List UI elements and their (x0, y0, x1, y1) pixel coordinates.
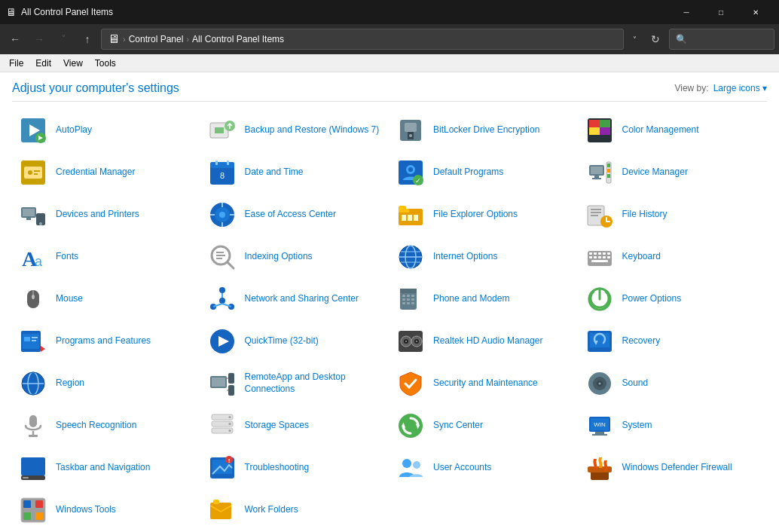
control-item-power[interactable]: Power Options (579, 280, 768, 319)
svg-rect-103 (402, 302, 405, 304)
control-item-storage[interactable]: Storage Spaces (201, 406, 390, 445)
control-item-indexing[interactable]: Indexing Options (201, 237, 390, 277)
svg-rect-77 (603, 252, 606, 255)
control-item-label-firewall: Windows Defender Firewall (622, 462, 732, 474)
svg-rect-172 (35, 512, 43, 520)
svg-rect-102 (411, 298, 414, 301)
svg-rect-159 (23, 477, 29, 478)
control-item-users[interactable]: User Accounts (390, 448, 579, 488)
default-icon: ✓ (396, 157, 426, 188)
back-button[interactable]: ← (5, 29, 26, 50)
control-item-keyboard[interactable]: Keyboard (579, 237, 768, 277)
control-item-bitlocker[interactable]: BitLocker Drive Encryption (390, 111, 579, 150)
control-item-default[interactable]: ✓Default Programs (390, 153, 579, 192)
control-item-speech[interactable]: Speech Recognition (12, 406, 201, 445)
refresh-button[interactable]: ↻ (645, 29, 666, 50)
control-item-wintools[interactable]: Windows Tools (12, 491, 201, 530)
control-item-quicktime[interactable]: QuickTime (32-bit) (201, 322, 390, 361)
control-item-ease[interactable]: Ease of Access Center (201, 195, 390, 234)
menu-tools[interactable]: Tools (89, 57, 122, 70)
control-item-devices[interactable]: Devices and Printers (12, 195, 201, 234)
control-item-taskbar[interactable]: Taskbar and Navigation (12, 448, 201, 488)
svg-rect-98 (407, 295, 410, 297)
address-input[interactable]: 🖥 › Control Panel › All Control Panel It… (101, 29, 624, 50)
control-item-remote[interactable]: RemoteApp and Desktop Connections (201, 364, 390, 403)
restore-button[interactable]: □ (704, 0, 738, 24)
search-box[interactable]: 🔍 (669, 29, 774, 50)
control-item-backup[interactable]: Backup and Restore (Windows 7) (201, 111, 390, 150)
view-by-control: View by: Large icons ▾ (674, 83, 767, 93)
control-item-fonts[interactable]: AaFonts (12, 237, 201, 277)
control-item-recovery[interactable]: Recovery (579, 322, 768, 361)
svg-point-42 (39, 222, 42, 225)
svg-point-139 (598, 383, 600, 385)
programs-icon (18, 326, 48, 356)
control-item-sound[interactable]: Sound (579, 364, 768, 403)
control-item-security[interactable]: Security and Maintenance (390, 364, 579, 403)
control-item-label-network: Network and Sharing Center (245, 293, 359, 305)
control-item-region[interactable]: Region (12, 364, 201, 403)
devices-icon (18, 200, 48, 230)
taskbar-icon (18, 453, 48, 483)
recent-locations-button[interactable]: ˅ (53, 29, 74, 50)
control-item-color[interactable]: Color Management (579, 111, 768, 150)
svg-point-122 (416, 341, 417, 342)
svg-rect-14 (600, 127, 610, 135)
svg-rect-154 (595, 432, 604, 434)
content-header: Adjust your computer's settings View by:… (12, 72, 767, 102)
svg-rect-101 (407, 298, 410, 301)
control-item-audio[interactable]: Realtek HD Audio Manager (390, 322, 579, 361)
menu-bar: File Edit View Tools (0, 54, 779, 72)
control-item-datetime[interactable]: 8Date and Time (201, 153, 390, 192)
firewall-icon (585, 453, 615, 483)
credential-icon (18, 157, 48, 188)
control-item-devicemgr[interactable]: Device Manager (579, 153, 768, 192)
control-item-autoplay[interactable]: AutoPlay (12, 111, 201, 150)
control-item-programs[interactable]: Programs and Features (12, 322, 201, 361)
app-icon: 🖥 (6, 6, 17, 18)
control-item-work[interactable]: Work Folders (201, 491, 390, 530)
control-item-filehist[interactable]: File History (579, 195, 768, 234)
svg-rect-40 (26, 218, 31, 220)
svg-rect-76 (598, 252, 601, 255)
main-content: Adjust your computer's settings View by:… (0, 72, 779, 532)
control-item-label-sound: Sound (622, 378, 649, 390)
mouse-icon (18, 284, 48, 314)
control-item-trouble[interactable]: !Troubleshooting (201, 448, 390, 488)
control-item-internet[interactable]: Internet Options (390, 237, 579, 277)
svg-rect-16 (24, 167, 42, 179)
region-icon (18, 368, 48, 399)
forward-button[interactable]: → (29, 29, 50, 50)
control-item-fileexp[interactable]: File Explorer Options (390, 195, 579, 234)
control-item-firewall[interactable]: Windows Defender Firewall (579, 448, 768, 488)
control-item-network[interactable]: Network and Sharing Center (201, 280, 390, 319)
control-item-label-devicemgr: Device Manager (622, 167, 688, 179)
filehist-icon (585, 200, 615, 230)
control-item-phone[interactable]: Phone and Modem (390, 280, 579, 319)
menu-edit[interactable]: Edit (29, 57, 57, 70)
svg-rect-104 (407, 302, 410, 304)
svg-rect-22 (215, 161, 218, 165)
menu-view[interactable]: View (57, 57, 89, 70)
path-all-items[interactable]: All Control Panel Items (192, 34, 284, 44)
address-dropdown-button[interactable]: ˅ (627, 29, 642, 50)
control-item-mouse[interactable]: Mouse (12, 280, 201, 319)
path-control-panel[interactable]: Control Panel (129, 34, 184, 44)
svg-rect-33 (592, 178, 601, 179)
control-item-sync[interactable]: Sync Center (390, 406, 579, 445)
svg-rect-169 (23, 500, 31, 508)
page-title: Adjust your computer's settings (12, 81, 179, 95)
svg-rect-133 (228, 385, 234, 396)
svg-rect-131 (212, 378, 225, 387)
control-item-credential[interactable]: Credential Manager (12, 153, 201, 192)
svg-rect-52 (399, 206, 406, 210)
svg-rect-84 (591, 260, 608, 262)
view-by-value[interactable]: Large icons ▾ (713, 83, 767, 93)
menu-file[interactable]: File (3, 57, 29, 70)
close-button[interactable]: ✕ (738, 0, 773, 24)
control-item-system[interactable]: WINSystem (579, 406, 768, 445)
minimize-button[interactable]: ─ (669, 0, 704, 24)
up-button[interactable]: ↑ (77, 29, 98, 50)
phone-icon (396, 284, 426, 314)
wintools-icon (18, 495, 48, 525)
